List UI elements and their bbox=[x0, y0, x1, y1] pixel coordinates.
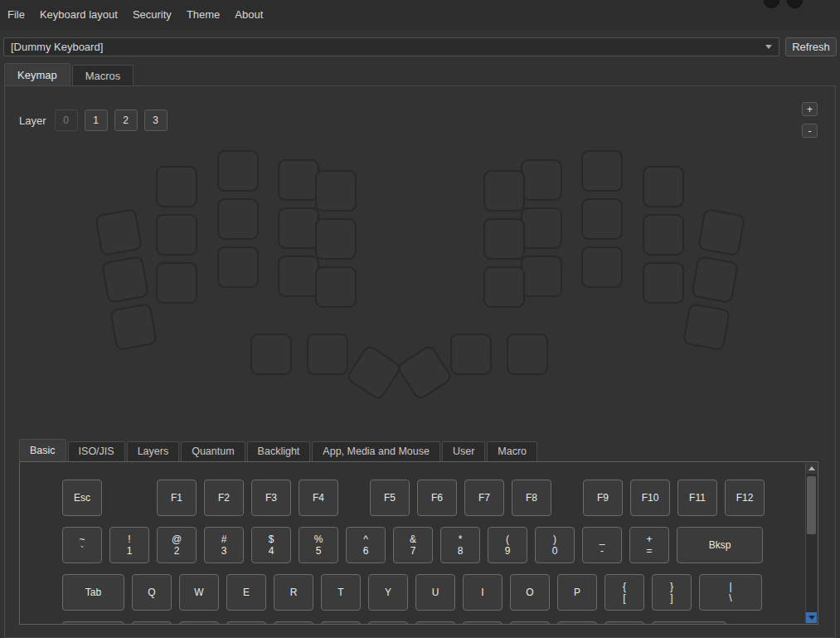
keycode-key-blank[interactable] bbox=[463, 621, 503, 625]
scrollbar-up-button[interactable] bbox=[806, 463, 817, 474]
keycode-key-t[interactable]: T bbox=[321, 574, 361, 611]
keycode-key-tab[interactable]: Tab bbox=[62, 574, 124, 611]
keycode-key-f5[interactable]: F5 bbox=[370, 480, 410, 516]
menu-item-keyboard-layout[interactable]: Keyboard layout bbox=[32, 0, 125, 30]
keycode-key-f1[interactable]: F1 bbox=[157, 480, 197, 516]
main-tabs: KeymapMacros bbox=[4, 64, 135, 86]
layer-button-1[interactable]: 1 bbox=[85, 110, 108, 131]
layer-button-0[interactable]: 0 bbox=[55, 110, 78, 131]
keycode-key-f12[interactable]: F12 bbox=[725, 480, 765, 516]
keycode-key-blank[interactable] bbox=[557, 621, 597, 625]
keycode-tabs: BasicISO/JISLayersQuantumBacklightApp, M… bbox=[19, 440, 539, 461]
keycode-key-item[interactable]: _ - bbox=[582, 527, 622, 563]
keycode-key-item[interactable]: { [ bbox=[605, 574, 644, 611]
keycode-row: TabQWERTYUIOP{ [} ]| \ bbox=[55, 574, 805, 611]
app-window: FileKeyboard layoutSecurityThemeAbout [D… bbox=[0, 0, 840, 638]
keycode-key-e[interactable]: E bbox=[226, 574, 266, 611]
keycode-key-f4[interactable]: F4 bbox=[299, 480, 338, 516]
keycode-key-blank[interactable] bbox=[605, 621, 644, 625]
keycode-key-r[interactable]: R bbox=[274, 574, 313, 611]
keycode-key-y[interactable]: Y bbox=[368, 574, 408, 611]
layer-button-2[interactable]: 2 bbox=[114, 110, 138, 131]
keycode-row bbox=[55, 621, 805, 625]
keycode-key-item[interactable]: & 7 bbox=[393, 527, 433, 563]
device-row: [Dummy Keyboard] Refresh bbox=[3, 37, 837, 56]
keycode-tab-backlight[interactable]: Backlight bbox=[247, 441, 311, 461]
keycode-key-blank[interactable] bbox=[132, 621, 172, 625]
chevron-down-icon bbox=[765, 45, 772, 49]
keycode-key-item[interactable]: @ 2 bbox=[157, 527, 197, 563]
keycode-tab-macro[interactable]: Macro bbox=[487, 441, 537, 461]
arrow-down-icon bbox=[808, 616, 815, 620]
keycode-key-i[interactable]: I bbox=[463, 574, 503, 611]
keycode-key-blank[interactable] bbox=[510, 621, 550, 625]
keycode-key-item[interactable]: + = bbox=[629, 527, 669, 563]
keycode-key-f11[interactable]: F11 bbox=[677, 480, 717, 516]
keycode-key-item[interactable]: ( 9 bbox=[488, 527, 527, 563]
keycode-tab-quantum[interactable]: Quantum bbox=[181, 441, 245, 461]
arrow-up-icon bbox=[808, 466, 815, 470]
tab-macros[interactable]: Macros bbox=[72, 65, 134, 86]
keymap-pane: Layer 0123 + - BasicISO/JISLayersQuantum… bbox=[4, 85, 836, 638]
keycode-key-f3[interactable]: F3 bbox=[251, 480, 291, 516]
keycode-tab-user[interactable]: User bbox=[442, 441, 485, 461]
keycode-key-p[interactable]: P bbox=[557, 574, 597, 611]
keycode-key-f9[interactable]: F9 bbox=[583, 480, 623, 516]
refresh-button[interactable]: Refresh bbox=[785, 37, 837, 56]
keycode-row: ~ `! 1@ 2# 3$ 4% 5^ 6& 7* 8( 9) 0_ -+ =B… bbox=[55, 527, 805, 563]
keycode-key-u[interactable]: U bbox=[415, 574, 455, 611]
layer-row: Layer 0123 bbox=[19, 110, 168, 131]
scrollbar[interactable] bbox=[805, 463, 817, 623]
tab-keymap[interactable]: Keymap bbox=[4, 63, 70, 86]
keycode-key-f8[interactable]: F8 bbox=[512, 480, 551, 516]
layer-label: Layer bbox=[19, 114, 46, 127]
keycode-key-f10[interactable]: F10 bbox=[630, 480, 670, 516]
keycode-rows: EscF1F2F3F4F5F6F7F8F9F10F11F12~ `! 1@ 2#… bbox=[20, 462, 805, 625]
layer-buttons: 0123 bbox=[48, 110, 168, 131]
keycode-key-f6[interactable]: F6 bbox=[417, 480, 457, 516]
keycode-key-item[interactable]: % 5 bbox=[299, 527, 338, 563]
scrollbar-down-button[interactable] bbox=[806, 612, 817, 623]
keycode-key-f2[interactable]: F2 bbox=[204, 480, 244, 516]
keycode-key-blank[interactable] bbox=[652, 621, 726, 625]
keycode-tab-basic[interactable]: Basic bbox=[19, 439, 66, 461]
keycode-key-blank[interactable] bbox=[179, 621, 219, 625]
zoom-in-button[interactable]: + bbox=[802, 102, 818, 116]
keycode-key-item[interactable]: } ] bbox=[652, 574, 692, 611]
keycode-tab-layers[interactable]: Layers bbox=[127, 441, 180, 461]
keycode-key-item[interactable]: $ 4 bbox=[251, 527, 291, 563]
keycode-key-item[interactable]: ! 1 bbox=[109, 527, 149, 563]
keycode-tab-app-media-and-mouse[interactable]: App, Media and Mouse bbox=[312, 441, 440, 461]
keycode-key-f7[interactable]: F7 bbox=[464, 480, 504, 516]
menubar: FileKeyboard layoutSecurityThemeAbout bbox=[0, 0, 840, 30]
keycode-key-bksp[interactable]: Bksp bbox=[677, 527, 763, 563]
device-select-value: [Dummy Keyboard] bbox=[11, 41, 760, 53]
menu-item-theme[interactable]: Theme bbox=[179, 0, 227, 30]
keycode-key-item[interactable]: ~ ` bbox=[62, 527, 102, 563]
keycode-key-w[interactable]: W bbox=[179, 574, 219, 611]
keycode-area: EscF1F2F3F4F5F6F7F8F9F10F11F12~ `! 1@ 2#… bbox=[19, 461, 818, 625]
keycode-key-blank[interactable] bbox=[226, 621, 266, 625]
keycode-key-o[interactable]: O bbox=[510, 574, 550, 611]
keycode-key-blank[interactable] bbox=[321, 621, 361, 625]
keycode-key-blank[interactable] bbox=[62, 621, 124, 625]
keycode-key-esc[interactable]: Esc bbox=[62, 480, 102, 516]
menu-item-security[interactable]: Security bbox=[125, 0, 179, 30]
keycode-key-blank[interactable] bbox=[415, 621, 455, 625]
menu-item-about[interactable]: About bbox=[227, 0, 270, 30]
keycode-key-item[interactable]: ^ 6 bbox=[346, 527, 386, 563]
keycode-key-blank[interactable] bbox=[274, 621, 313, 625]
layer-button-3[interactable]: 3 bbox=[144, 110, 168, 131]
keycode-tab-iso-jis[interactable]: ISO/JIS bbox=[68, 441, 125, 461]
keycode-key-item[interactable]: | \ bbox=[699, 574, 762, 611]
keycode-key-item[interactable]: * 8 bbox=[440, 527, 480, 563]
menu-item-file[interactable]: File bbox=[0, 0, 32, 30]
keycode-key-blank[interactable] bbox=[368, 621, 408, 625]
keycode-key-item[interactable]: ) 0 bbox=[535, 527, 575, 563]
keycode-key-item[interactable]: # 3 bbox=[204, 527, 244, 563]
keycode-key-q[interactable]: Q bbox=[132, 574, 172, 611]
scrollbar-handle[interactable] bbox=[807, 476, 816, 534]
zoom-out-button[interactable]: - bbox=[802, 124, 818, 138]
device-select[interactable]: [Dummy Keyboard] bbox=[3, 37, 779, 56]
keycode-row: EscF1F2F3F4F5F6F7F8F9F10F11F12 bbox=[55, 480, 805, 516]
